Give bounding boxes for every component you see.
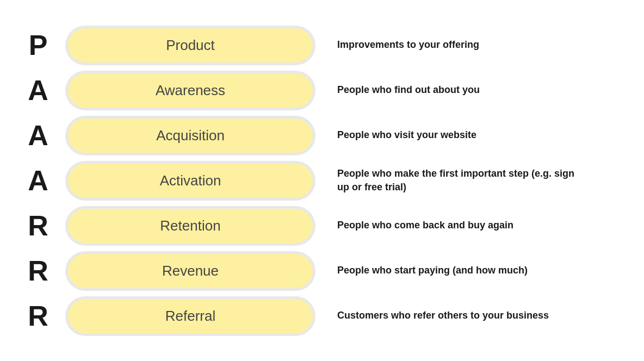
framework-description: People who make the first important step…	[326, 167, 587, 194]
pill-label: Referral	[68, 299, 313, 333]
framework-letter: A	[22, 164, 54, 197]
framework-description: People who start paying (and how much)	[326, 264, 528, 277]
pill-label: Activation	[68, 164, 313, 198]
pill-label: Revenue	[68, 254, 313, 288]
framework-row: PProductImprovements to your offering	[22, 26, 622, 65]
framework-row: AAwarenessPeople who find out about you	[22, 71, 622, 110]
pill-wrapper: Acquisition	[65, 116, 315, 155]
framework-description: People who find out about you	[326, 83, 480, 97]
framework-description: Customers who refer others to your busin…	[326, 309, 549, 322]
framework-description: Improvements to your offering	[326, 38, 479, 52]
pill-wrapper: Activation	[65, 161, 315, 201]
framework-row: RRevenuePeople who start paying (and how…	[22, 251, 622, 291]
framework-row: AActivationPeople who make the first imp…	[22, 161, 622, 201]
pill-wrapper: Awareness	[65, 71, 315, 110]
pill-wrapper: Product	[65, 26, 315, 65]
framework-row: AAcquisitionPeople who visit your websit…	[22, 116, 622, 155]
pill-label: Acquisition	[68, 119, 313, 153]
framework-row: RRetentionPeople who come back and buy a…	[22, 206, 622, 246]
framework-row: RReferralCustomers who refer others to y…	[22, 296, 622, 336]
pill-label: Awareness	[68, 73, 313, 108]
pill-label: Retention	[68, 209, 313, 243]
pill-wrapper: Revenue	[65, 251, 315, 291]
framework-description: People who visit your website	[326, 128, 476, 142]
pill-wrapper: Retention	[65, 206, 315, 246]
framework-letter: P	[22, 29, 54, 61]
framework-list: PProductImprovements to your offeringAAw…	[0, 15, 644, 347]
framework-letter: R	[22, 300, 54, 332]
framework-letter: R	[22, 209, 54, 242]
framework-letter: R	[22, 254, 54, 287]
pill-wrapper: Referral	[65, 296, 315, 336]
framework-description: People who come back and buy again	[326, 219, 513, 232]
pill-label: Product	[68, 28, 313, 63]
framework-letter: A	[22, 74, 54, 107]
framework-letter: A	[22, 119, 54, 152]
